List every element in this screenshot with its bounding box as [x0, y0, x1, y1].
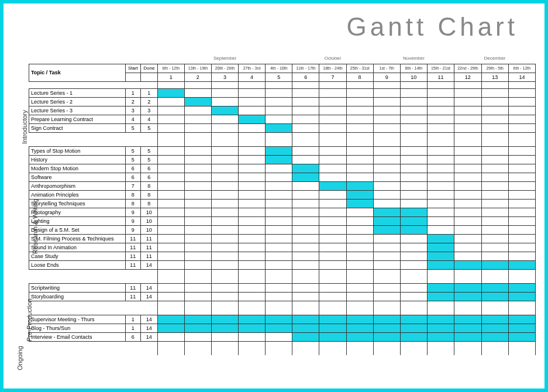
gantt-cell	[266, 315, 292, 324]
gantt-cell	[400, 115, 427, 123]
gantt-cell	[346, 332, 373, 341]
gantt-cell	[266, 173, 292, 181]
task-name-cell: Prepare Learning Contract	[29, 115, 126, 123]
gantt-cell	[211, 88, 238, 97]
gantt-cell	[346, 315, 373, 324]
task-done-cell: 11	[141, 252, 158, 260]
gantt-cell	[239, 252, 266, 260]
gantt-cell	[346, 106, 373, 115]
task-name-cell: Case Study	[29, 252, 126, 260]
gantt-cell	[211, 173, 238, 181]
task-start-cell: 6	[125, 332, 140, 341]
gantt-cell	[346, 97, 373, 106]
month-header: October	[292, 53, 373, 64]
gantt-cell	[454, 199, 482, 208]
task-row: Photography910	[29, 208, 536, 216]
gantt-cell	[508, 88, 535, 97]
gantt-cell	[292, 225, 319, 234]
task-row: Interview - Email Contacts614	[29, 332, 536, 341]
gantt-cell	[373, 252, 400, 260]
task-start-cell: 9	[125, 216, 140, 225]
task-row: Sound In Animation1111	[29, 243, 536, 252]
gantt-cell	[400, 155, 427, 164]
gantt-cell	[373, 208, 400, 216]
gantt-cell	[427, 216, 454, 225]
gantt-cell	[239, 115, 266, 123]
gantt-cell	[292, 88, 319, 97]
gantt-cell	[373, 97, 400, 106]
task-start-cell: 2	[125, 97, 140, 106]
gantt-cell	[239, 324, 266, 332]
gantt-cell	[157, 164, 184, 173]
gantt-cell	[292, 181, 319, 190]
gantt-cell	[319, 155, 346, 164]
gantt-cell	[400, 315, 427, 324]
gantt-cell	[184, 234, 211, 243]
week-range-header: 18th - 24th	[319, 64, 346, 73]
gantt-cell	[454, 190, 482, 199]
gantt-cell	[481, 332, 508, 341]
task-name-cell: Loose Ends	[29, 260, 126, 269]
gantt-table: SeptemberOctoberNovemberDecemberTopic / …	[29, 53, 536, 355]
gantt-cell	[211, 252, 238, 260]
gantt-cell	[157, 225, 184, 234]
gantt-cell	[239, 164, 266, 173]
gantt-cell	[157, 155, 184, 164]
gantt-cell	[400, 243, 427, 252]
gantt-cell	[211, 243, 238, 252]
gantt-cell	[211, 216, 238, 225]
phase-label-ongoing: Ongoing	[16, 346, 23, 370]
gantt-cell	[427, 252, 454, 260]
gantt-cell	[292, 115, 319, 123]
gantt-cell	[373, 216, 400, 225]
gantt-cell	[319, 216, 346, 225]
task-name-cell: Supervisor Meeting - Thurs	[29, 315, 126, 324]
gantt-cell	[373, 181, 400, 190]
chart-frame: Gantt Chart Introductory Research & Writ…	[4, 4, 544, 388]
week-range-header: 27th - 3rd	[239, 64, 266, 73]
gantt-cell	[319, 181, 346, 190]
gantt-cell	[427, 225, 454, 234]
gantt-cell	[184, 123, 211, 132]
gantt-cell	[157, 190, 184, 199]
gantt-cell	[266, 252, 292, 260]
week-num-header: 10	[400, 73, 427, 81]
task-start-cell: 6	[125, 164, 140, 173]
gantt-cell	[508, 123, 535, 132]
gantt-cell	[239, 181, 266, 190]
gantt-cell	[319, 199, 346, 208]
gantt-cell	[346, 190, 373, 199]
gantt-cell	[400, 216, 427, 225]
gantt-cell	[508, 292, 535, 301]
gantt-cell	[319, 173, 346, 181]
gantt-cell	[292, 123, 319, 132]
week-range-header: 15th - 21st	[427, 64, 454, 73]
gantt-cell	[319, 225, 346, 234]
gantt-cell	[266, 283, 292, 292]
gantt-cell	[292, 292, 319, 301]
gantt-cell	[266, 181, 292, 190]
gantt-cell	[266, 260, 292, 269]
gantt-cell	[319, 260, 346, 269]
phase-label-preproduction: Pre-Production	[26, 298, 33, 341]
task-name-cell: Types of Stop Motion	[29, 146, 126, 155]
gantt-cell	[211, 164, 238, 173]
gantt-cell	[373, 173, 400, 181]
gantt-cell	[292, 234, 319, 243]
task-done-cell: 11	[141, 243, 158, 252]
gantt-cell	[211, 190, 238, 199]
gantt-cell	[184, 324, 211, 332]
gantt-cell	[508, 332, 535, 341]
gantt-cell	[157, 97, 184, 106]
task-start-cell: 1	[125, 324, 140, 332]
task-done-cell: 14	[141, 292, 158, 301]
gantt-cell	[211, 315, 238, 324]
gantt-cell	[373, 190, 400, 199]
gantt-cell	[211, 324, 238, 332]
gantt-cell	[346, 208, 373, 216]
gantt-cell	[400, 260, 427, 269]
gantt-cell	[319, 315, 346, 324]
gantt-cell	[481, 199, 508, 208]
chart-title: Gantt Chart	[12, 12, 536, 42]
gantt-cell	[373, 260, 400, 269]
